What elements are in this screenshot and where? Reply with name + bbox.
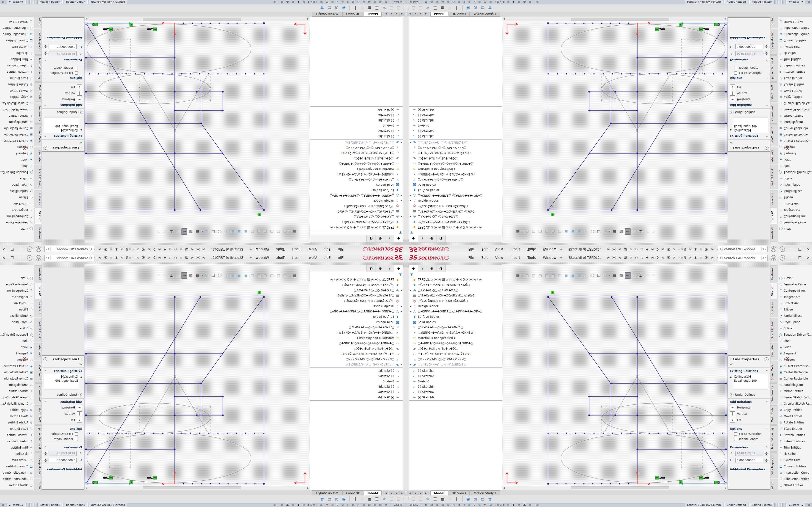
- tab-3d-views[interactable]: 3D Views: [449, 490, 470, 495]
- tree-item[interactable]: ◆TЯPDL2. ◎ Ж ◎ Ш ◎ ○ ○ ✚ ◎ Ɔ ◎ Ж ◎ ٭ ◎: [409, 277, 506, 282]
- tool-point[interactable]: ▪Point: [0, 344, 34, 350]
- tree-item[interactable]: ▱○✚ͶИʘѦ⁺○※⊙Ⅱ○∘○Ⅱ⊙※○⁺ѦʘИͶ✚○: [306, 161, 403, 166]
- tree-item[interactable]: ▶▯Design Binder: [306, 198, 403, 204]
- sketch-diagonal-left[interactable]: [548, 297, 611, 433]
- edit-appearance-icon[interactable]: ✎: [424, 5, 432, 11]
- titlebar-toolbar-icons[interactable]: ◎ Ж ◎ Ш ◎ ○ ○ ✚ ◎ Ɔ ◎ Ж ◎ ٭ ◎ Ƨ ◎ ♟ ◎ Ж …: [607, 256, 722, 259]
- tool-style-spline[interactable]: ∿Style Spline: [778, 319, 812, 325]
- sketch-square[interactable]: [86, 23, 264, 210]
- selection-rectangle-2[interactable]: [682, 40, 703, 73]
- commandmanager-tab-evaluate[interactable]: Evaluate: [35, 147, 42, 164]
- clock-check-icon[interactable]: ◷: [472, 496, 479, 502]
- triangle-apex-handle[interactable]: [174, 129, 176, 131]
- relation-item[interactable]: Collinear108: [45, 375, 78, 379]
- relation-badge[interactable]: =109: [699, 27, 709, 31]
- tool-extend-entities[interactable]: ⊺Extend Entities: [778, 438, 812, 445]
- tool-copy-entities[interactable]: ⧉Copy Entities: [0, 94, 34, 100]
- tool-point[interactable]: ▪Point: [778, 344, 812, 350]
- disabled-arrows-icon[interactable]: ⇅: [359, 496, 366, 502]
- add-relation-vertical[interactable]: │Vertical: [42, 90, 84, 96]
- tool-move-entities[interactable]: ↗Move Entities: [0, 413, 34, 419]
- tree-item[interactable]: ▶▯Design Binder: [409, 198, 506, 204]
- section-existing-relations[interactable]: Existing Relations⌃: [42, 368, 84, 374]
- relation-badge[interactable]: ⫽: [551, 290, 554, 294]
- tab-scroll-button[interactable]: ▶: [418, 12, 423, 16]
- menu-window[interactable]: Window: [253, 246, 272, 252]
- tree-item[interactable]: ▶A○϶ƧͶИʘ∘✚Ѧ✚ʘͶИѦ○∘○ѦИͶʘ✚Ѧ✚∘ʘИ϶○: [409, 309, 506, 314]
- tree-item[interactable]: ▱○⁚ʘ✚○※⊙Ⅱ○∘○Ⅱ⊙※○✚ʘ⁚○: [409, 346, 506, 351]
- tree-item[interactable]: ▱○✚ℨ϶ʕ∘Ѧ○※⊙Ⅱ○∘○Ⅱ⊙※○Ѧ∘ʕ϶ℨ✚○: [409, 351, 506, 356]
- tree-item[interactable]: ✎○ʕƧ٭Ո※ѦԱm○∘○mԱѦ※Ո٭Ƨʕ○: [409, 177, 506, 182]
- menu-file[interactable]: File: [335, 255, 346, 261]
- sketch-diagonal-left[interactable]: [548, 74, 611, 210]
- section-existing-relations[interactable]: Existing Relations⌃: [728, 368, 770, 374]
- tool-segment[interactable]: #Segment: [778, 151, 812, 157]
- tree-item-sketch4[interactable]: ⌐(-) Sketch4: [409, 389, 506, 395]
- relation-badge[interactable]: =109: [103, 27, 113, 31]
- tool-linear-sketch-pattern[interactable]: ⸬Linear Sketch Pattern: [778, 394, 812, 400]
- collapse-chevron-icon[interactable]: ⌃: [44, 134, 46, 137]
- add-relation-fix[interactable]: ⌖Fix: [42, 84, 84, 90]
- tree-item[interactable]: ◆TЯPDL2. ◎ Ж ◎ Ш ◎ ○ ○ ✚ ◎ Ɔ ◎ Ж ◎ ٭ ◎: [306, 277, 403, 282]
- tool-convert-entities[interactable]: ⬓Convert Entities: [778, 463, 812, 469]
- construction-triangle[interactable]: [604, 75, 670, 130]
- graphics-area[interactable]: ▤▾▢▢▢▢▢▢◼◼◼⤓🖵❐⛁▾▦▨↩◎⊥◜◝: [502, 264, 728, 486]
- expand-chevron-icon[interactable]: ⌄: [766, 36, 768, 39]
- construction-ellipse-large[interactable]: [87, 433, 251, 483]
- collapse-chevron-icon[interactable]: ⌃: [766, 427, 768, 431]
- selection-rectangle-2[interactable]: [109, 40, 130, 73]
- tool-equation-driven-curve[interactable]: ƒxEquation Driven Curve: [778, 332, 812, 338]
- collapse-chevron-icon[interactable]: ⌃: [766, 446, 768, 449]
- tool-trim-entities[interactable]: ✂Trim Entities: [778, 56, 812, 62]
- infinite-length-checkbox[interactable]: Infinite length: [728, 65, 770, 70]
- sketch-square[interactable]: [86, 297, 264, 484]
- tree-filter-bar[interactable]: ▼: [306, 230, 403, 235]
- scroll-right-icon[interactable]: ▶: [724, 18, 727, 20]
- user-account-icon[interactable]: ◎: [771, 246, 776, 252]
- tree-item-sketch6[interactable]: ⌐(-) Sketch6: [306, 107, 403, 112]
- tool-polygon[interactable]: ⬡Polygon: [778, 144, 812, 151]
- featuremanager-tab[interactable]: ◆: [409, 265, 418, 272]
- tab-model[interactable]: Model: [364, 490, 382, 495]
- gear-icon[interactable]: ✿: [486, 496, 494, 502]
- menu-window[interactable]: Window: [540, 255, 559, 261]
- for-construction-checkbox[interactable]: For construction: [728, 431, 770, 437]
- menu-view[interactable]: View: [306, 246, 320, 252]
- hatch-grid-icon[interactable]: ▦: [439, 5, 446, 11]
- propertymanager-tab[interactable]: ⑂: [385, 265, 394, 272]
- tool-tangent-arc[interactable]: ◝Tangent Arc: [0, 294, 34, 300]
- angle-spinner[interactable]: ▲▼: [765, 458, 768, 463]
- commandmanager-tab-sheet-metal[interactable]: Sheet Metal: [35, 361, 42, 383]
- sketch-diagonal-left[interactable]: [201, 74, 264, 210]
- search-input[interactable]: ⬡ Search CAD Models ⌕ ▾: [718, 255, 767, 261]
- commandmanager-tab-sheet-metal[interactable]: Sheet Metal: [770, 361, 777, 383]
- tool-trim-entities[interactable]: ✂Trim Entities: [0, 56, 34, 62]
- tree-item[interactable]: ◆TЯPDL2. ◎ Ж ◎ Ш ◎ ○ ○ ✚ ◎ Ɔ ◎ Ж ◎ ٭ ◎: [306, 225, 403, 230]
- tool-offset-entities[interactable]: ⊏Offset Entities: [778, 482, 812, 489]
- tool-center-rectangle[interactable]: ▣Center Rectangle: [0, 369, 34, 376]
- tool-center-rectangle[interactable]: ▣Center Rectangle: [778, 369, 812, 376]
- commandmanager-tab-surfaces[interactable]: Surfaces: [770, 190, 777, 207]
- tool-intersection-curve[interactable]: ≋Intersection Curve: [0, 31, 34, 38]
- collapse-chevron-icon[interactable]: ⌃: [44, 76, 46, 80]
- custom-dropdown[interactable]: Custom▴: [7, 0, 26, 4]
- tree-item-sketch2[interactable]: ⌐(-) Sketch2: [306, 128, 403, 133]
- sheet-icon[interactable]: 🗎: [2, 0, 5, 4]
- scroll-left-icon[interactable]: ◀: [502, 18, 506, 20]
- section-additional-parameters[interactable]: Additional Parameters⌄: [42, 466, 84, 472]
- corner-colorbar-icon[interactable]: ⌊: [352, 496, 359, 502]
- relation-badge[interactable]: =109: [147, 476, 157, 480]
- add-relation-fix[interactable]: ⌖Fix: [728, 417, 770, 423]
- propertymanager-tab[interactable]: ⑂: [385, 235, 394, 242]
- tree-item-sketch5[interactable]: ⌐(-) Sketch5: [306, 384, 403, 389]
- user-account-icon[interactable]: ◎: [36, 255, 41, 261]
- commandmanager-tab-data-migration[interactable]: Data Migration: [35, 452, 42, 478]
- tab-model[interactable]: Model: [364, 12, 382, 17]
- tool-circular-sketch-pattern[interactable]: ⸫Circular Sketch Pattern: [778, 100, 812, 107]
- commandmanager-tab-features[interactable]: Features: [770, 265, 777, 282]
- restore-button[interactable]: ❐: [797, 247, 802, 251]
- tool-perimeter-circle[interactable]: ◌Perimeter Circle: [778, 281, 812, 288]
- tool-move-entities[interactable]: ↗Move Entities: [778, 413, 812, 419]
- tree-item[interactable]: ◔○ʕƧʘ϶ʕƧͶƐ϶϶Ƨ○∘○϶ƧƐͶʕƧ϶ʘƧʕ○: [409, 204, 506, 209]
- custom-dropdown[interactable]: Custom▴: [7, 503, 26, 507]
